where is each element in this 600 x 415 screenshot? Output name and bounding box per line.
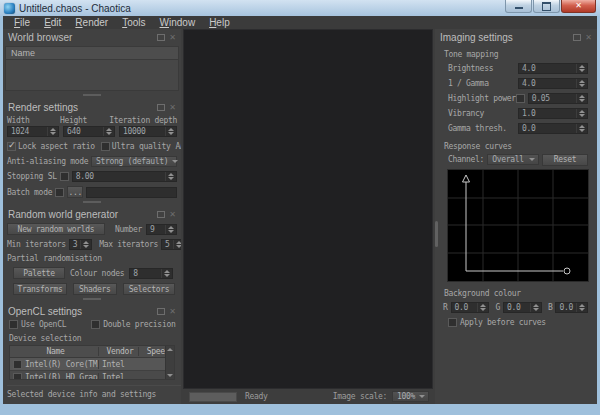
scroll-up-icon[interactable]: [167, 348, 173, 351]
menu-window[interactable]: Window: [153, 16, 203, 29]
spinner-arrows[interactable]: [103, 127, 114, 136]
menu-tools[interactable]: Tools: [115, 16, 152, 29]
float-panel-icon[interactable]: [573, 34, 581, 41]
batch-mode-checkbox[interactable]: [55, 188, 64, 197]
reset-button[interactable]: Reset: [542, 154, 588, 166]
lock-aspect-checkbox[interactable]: [7, 142, 16, 151]
spinner-arrows[interactable]: [576, 303, 587, 312]
ultra-quality-checkbox[interactable]: [101, 142, 110, 151]
float-panel-icon[interactable]: [157, 211, 165, 218]
close-button[interactable]: ✕: [561, 0, 596, 13]
new-random-worlds-button[interactable]: New random worlds: [7, 223, 105, 235]
spinner-arrows[interactable]: [530, 303, 541, 312]
green-input[interactable]: 0.0: [503, 302, 542, 313]
spinner-arrows[interactable]: [576, 79, 587, 88]
spinner-arrows[interactable]: [165, 127, 176, 136]
name-column-header[interactable]: Name: [5, 46, 179, 60]
number-label: Number: [115, 225, 142, 234]
table-row[interactable]: Intel(R) Core(TM)... Intel: [10, 358, 174, 370]
batch-mode-label: Batch mode: [7, 188, 52, 197]
width-input[interactable]: 1024: [7, 126, 59, 137]
spinner-arrows[interactable]: [165, 225, 176, 234]
green-label: G: [495, 303, 500, 312]
colour-nodes-label: Colour nodes: [70, 269, 124, 278]
shaders-button[interactable]: Shaders: [73, 283, 117, 295]
close-panel-icon[interactable]: ✕: [169, 308, 176, 315]
close-panel-icon[interactable]: ✕: [169, 34, 176, 41]
tone-mapping-label: Tone mapping: [444, 50, 597, 59]
batch-path-field[interactable]: [86, 187, 177, 198]
stopping-sl-input[interactable]: 8.00: [72, 171, 177, 182]
gamma-thresh-input[interactable]: 0.0: [518, 123, 588, 134]
red-input[interactable]: 0.0: [451, 302, 490, 313]
spinner-arrows[interactable]: [477, 303, 488, 312]
colour-nodes-input[interactable]: 8: [129, 268, 173, 279]
menu-file[interactable]: File: [7, 16, 37, 29]
spinner-arrows[interactable]: [161, 269, 172, 278]
spinner-arrows[interactable]: [173, 240, 182, 249]
close-panel-icon[interactable]: ✕: [169, 104, 176, 111]
spinner-arrows[interactable]: [576, 64, 587, 73]
min-iterators-input[interactable]: 3: [69, 239, 93, 250]
float-panel-icon[interactable]: [157, 34, 165, 41]
spinner-arrows[interactable]: [165, 172, 176, 181]
float-panel-icon[interactable]: [157, 308, 165, 315]
dock-resize-handle[interactable]: [435, 221, 438, 247]
highlight-power-checkbox[interactable]: [516, 94, 525, 103]
selectors-button[interactable]: Selectors: [123, 283, 176, 295]
vibrancy-input[interactable]: 1.0: [518, 108, 588, 119]
brightness-input[interactable]: 4.0: [518, 63, 588, 74]
spinner-arrows[interactable]: [576, 109, 587, 118]
blue-label: B: [548, 303, 553, 312]
spinner-arrows[interactable]: [576, 94, 587, 103]
antialiasing-mode-dropdown[interactable]: Strong (default): [91, 156, 177, 167]
dock-splitter-handle[interactable]: [83, 94, 101, 96]
table-scrollbar[interactable]: [165, 346, 174, 379]
render-viewport[interactable]: [183, 29, 433, 389]
blue-input[interactable]: 0.0: [555, 302, 588, 313]
progress-bar: [189, 392, 237, 402]
use-opencl-checkbox[interactable]: [9, 320, 18, 329]
double-precision-checkbox[interactable]: [91, 320, 100, 329]
browse-button[interactable]: ...: [67, 186, 83, 198]
red-label: R: [443, 303, 448, 312]
window-title: Untitled.chaos - Chaotica: [19, 3, 131, 14]
device-table-header[interactable]: Name Vendor Speed: [10, 346, 174, 358]
minimize-button[interactable]: [505, 0, 532, 13]
palette-button[interactable]: Palette: [13, 267, 65, 279]
world-list[interactable]: [5, 60, 179, 91]
device-checkbox[interactable]: [13, 373, 22, 381]
channel-dropdown[interactable]: Overall: [487, 154, 539, 165]
table-row[interactable]: Intel(R) HD Grap... Intel: [10, 370, 174, 380]
menu-help[interactable]: Help: [202, 16, 237, 29]
highlight-power-input[interactable]: 0.05: [528, 93, 588, 104]
dock-splitter-handle[interactable]: [83, 201, 101, 203]
gamma-input[interactable]: 4.0: [518, 78, 588, 89]
apply-before-curves-checkbox[interactable]: [448, 318, 457, 327]
transforms-button[interactable]: Transforms: [13, 283, 67, 295]
number-input[interactable]: 9: [146, 224, 177, 235]
scroll-down-icon[interactable]: [167, 374, 173, 377]
device-table[interactable]: Name Vendor Speed Intel(R) Core(TM)... I…: [9, 345, 175, 380]
spinner-arrows[interactable]: [576, 124, 587, 133]
iteration-depth-input[interactable]: 10000: [119, 126, 177, 137]
close-panel-icon[interactable]: ✕: [585, 34, 592, 41]
height-input[interactable]: 640: [63, 126, 115, 137]
menu-render[interactable]: Render: [68, 16, 115, 29]
stopping-sl-checkbox[interactable]: [60, 172, 69, 181]
highlight-power-label: Highlight power: [448, 94, 516, 103]
response-curve-editor[interactable]: [447, 169, 589, 282]
menu-edit[interactable]: Edit: [37, 16, 68, 29]
device-checkbox[interactable]: [13, 360, 22, 369]
spinner-arrows[interactable]: [47, 127, 58, 136]
stopping-sl-label: Stopping SL: [7, 172, 57, 181]
close-panel-icon[interactable]: ✕: [169, 211, 176, 218]
maximize-button[interactable]: [533, 0, 560, 13]
max-iterators-input[interactable]: 5: [161, 239, 181, 250]
iteration-depth-label: Iteration depth: [109, 116, 177, 125]
dock-splitter-handle[interactable]: [83, 298, 101, 300]
image-scale-dropdown[interactable]: 100%: [392, 391, 429, 402]
float-panel-icon[interactable]: [157, 104, 165, 111]
spinner-arrows[interactable]: [80, 240, 91, 249]
chevron-down-icon: [172, 160, 178, 163]
